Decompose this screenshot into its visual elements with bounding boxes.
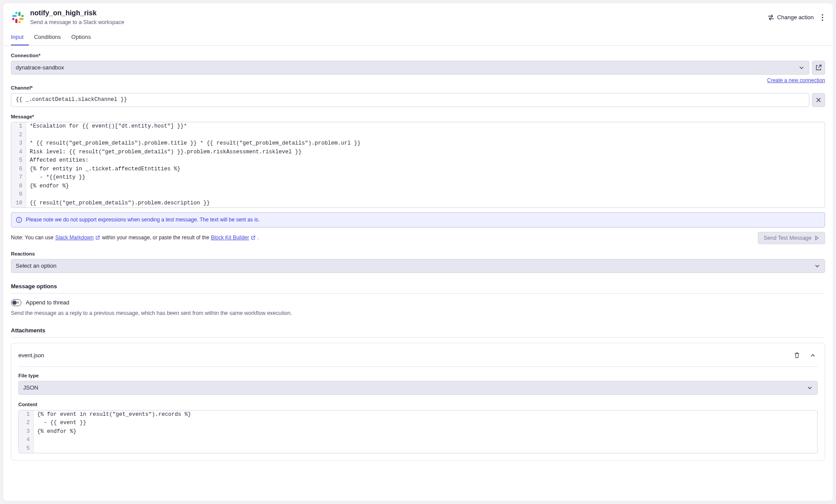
content-label: Content — [18, 401, 818, 408]
message-label: Message* — [11, 113, 825, 120]
connection-label: Connection* — [11, 52, 825, 59]
line-number: 9 — [11, 190, 26, 199]
line-number: 5 — [19, 445, 34, 453]
line-number: 1 — [11, 122, 26, 131]
connection-select[interactable]: dynatrace-sandbox — [11, 61, 809, 75]
code-line[interactable]: 5 — [19, 445, 817, 453]
chevron-down-icon — [814, 263, 820, 269]
file-type-select[interactable]: JSON — [18, 381, 818, 395]
line-number: 8 — [11, 182, 26, 191]
code-line[interactable]: 3{% endfor %} — [19, 428, 817, 436]
svg-point-6 — [18, 21, 21, 23]
code-line[interactable]: 7 - *{{entity }} — [11, 173, 825, 182]
close-icon — [815, 97, 822, 103]
svg-point-12 — [19, 218, 20, 219]
line-number: 3 — [11, 139, 26, 148]
slack-icon — [11, 10, 25, 24]
append-thread-desc: Send the message as a reply to a previou… — [11, 310, 825, 318]
edit-connection-button[interactable] — [812, 61, 825, 75]
svg-rect-3 — [19, 18, 24, 20]
svg-point-8 — [822, 14, 823, 15]
action-config-panel: notify_on_high_risk Send a message to a … — [3, 3, 833, 501]
svg-point-10 — [822, 19, 823, 21]
svg-point-5 — [21, 15, 24, 17]
swap-icon — [767, 14, 774, 21]
chevron-down-icon — [798, 65, 805, 71]
line-number: 10 — [11, 199, 26, 208]
code-line[interactable]: 6{% for entity in _.ticket.affectedEtnti… — [11, 165, 825, 174]
line-number: 4 — [19, 436, 34, 445]
divider — [11, 337, 825, 338]
tab-input[interactable]: Input — [11, 30, 29, 45]
file-type-label: File type — [18, 372, 818, 379]
line-number: 1 — [19, 411, 34, 419]
message-note: Note: You can use Slack Markdown within … — [11, 232, 825, 244]
svg-point-9 — [822, 17, 823, 18]
collapse-attachment-button[interactable] — [808, 351, 818, 360]
svg-rect-2 — [15, 19, 17, 23]
line-number: 3 — [19, 428, 34, 436]
reactions-select[interactable]: Select an option — [11, 259, 825, 273]
code-line[interactable]: 2 — [11, 131, 825, 140]
attachments-title: Attachments — [11, 327, 825, 335]
info-icon — [16, 217, 22, 223]
slack-markdown-link[interactable]: Slack Markdown — [55, 234, 100, 242]
code-line[interactable]: 4Risk level: {{ result("get_problem_deta… — [11, 148, 825, 157]
action-title: notify_on_high_risk — [30, 8, 767, 18]
more-menu-button[interactable] — [820, 12, 825, 23]
code-line[interactable]: 5Affected entities: — [11, 156, 825, 165]
tab-options[interactable]: Options — [66, 30, 96, 45]
code-line[interactable]: 9 — [11, 190, 825, 199]
kebab-icon — [822, 14, 823, 21]
block-kit-link[interactable]: Block Kit Builder — [211, 234, 256, 242]
channel-input[interactable]: {{ _.contactDetail.slackChannel }} — [11, 93, 809, 107]
channel-label: Channel* — [11, 84, 825, 91]
info-banner: Please note we do not support expression… — [11, 212, 825, 228]
attachment-item: event.json File type — [11, 343, 825, 461]
reactions-label: Reactions — [11, 250, 825, 257]
delete-attachment-button[interactable] — [792, 350, 802, 360]
line-number: 6 — [11, 165, 26, 174]
clear-channel-button[interactable] — [812, 93, 825, 107]
tab-bar: Input Conditions Options — [3, 30, 833, 46]
content-editor[interactable]: 1{% for event in result("get_events").re… — [18, 410, 818, 454]
panel-header: notify_on_high_risk Send a message to a … — [3, 3, 833, 30]
chevron-up-icon — [810, 352, 816, 359]
svg-rect-1 — [12, 15, 17, 17]
line-number: 2 — [11, 131, 26, 140]
chevron-down-icon — [807, 385, 813, 391]
change-action-button[interactable]: Change action — [767, 14, 814, 21]
append-thread-label: Append to thread — [26, 299, 69, 307]
action-subtitle: Send a message to a Slack workspace — [30, 19, 767, 27]
message-editor[interactable]: 1*Escalation for {{ event()["dt.entity.h… — [11, 122, 825, 208]
line-number: 7 — [11, 173, 26, 182]
append-thread-toggle[interactable]: ✕ — [11, 299, 21, 306]
line-number: 5 — [11, 156, 26, 165]
create-connection-link[interactable]: Create a new connection — [767, 77, 825, 83]
code-line[interactable]: 2 - {{ event }} — [19, 419, 817, 428]
divider — [11, 293, 825, 293]
message-options-title: Message options — [11, 283, 825, 290]
code-line[interactable]: 1*Escalation for {{ event()["dt.entity.h… — [11, 122, 825, 131]
code-line[interactable]: 3* {{ result("get_problem_details").prob… — [11, 139, 825, 148]
toggle-off-icon: ✕ — [16, 300, 20, 306]
attachment-name: event.json — [18, 352, 792, 359]
svg-point-7 — [12, 18, 14, 20]
code-line[interactable]: 1{% for event in result("get_events").re… — [19, 411, 817, 419]
line-number: 4 — [11, 148, 26, 157]
send-test-button[interactable]: Send Test Message — [758, 232, 825, 244]
trash-icon — [794, 352, 800, 359]
svg-point-4 — [15, 12, 17, 14]
code-line[interactable]: 8{% endfor %} — [11, 182, 825, 191]
code-line[interactable]: 10{{ result("get_problem_details").probl… — [11, 199, 825, 208]
tab-conditions[interactable]: Conditions — [29, 30, 66, 45]
svg-rect-0 — [18, 12, 21, 16]
code-line[interactable]: 4 — [19, 436, 817, 445]
edit-external-icon — [815, 64, 822, 71]
line-number: 2 — [19, 419, 34, 428]
